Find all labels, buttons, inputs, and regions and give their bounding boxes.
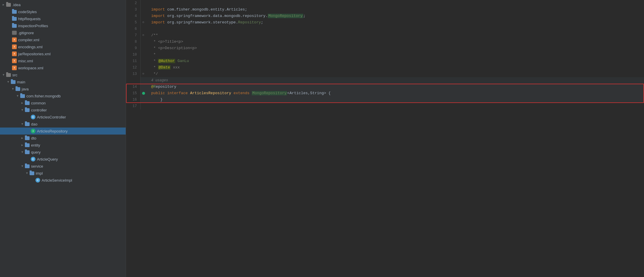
line-gutter-12 — [141, 64, 146, 71]
line-num-9: 9 — [126, 45, 141, 51]
line-num-3: 3 — [126, 6, 141, 13]
code-line-17: 17 — [126, 103, 644, 109]
line-num-6: 6 — [126, 26, 141, 32]
tree-arrow-controller[interactable]: ▼ — [20, 109, 25, 112]
tree-label-entity: entity — [31, 143, 40, 147]
tree-item-article-service-impl[interactable]: C ArticleServiceImpl — [0, 177, 126, 184]
tree-arrow-impl[interactable]: ▼ — [25, 172, 29, 175]
tree-item-articles-repository[interactable]: I ArticlesRepository — [0, 128, 126, 135]
tree-item-dto[interactable]: ▶ dto — [0, 135, 126, 142]
tree-arrow-dao[interactable]: ▼ — [20, 123, 25, 126]
tree-arrow-dto[interactable]: ▶ — [20, 136, 25, 140]
tree-arrow-service[interactable]: ▼ — [20, 165, 25, 168]
xml-icon-misc: X — [12, 59, 17, 63]
tree-arrow-main[interactable]: ▼ — [6, 80, 11, 84]
tree-item-httpRequests[interactable]: httpRequests — [0, 15, 126, 22]
class-icon-asi: C — [35, 178, 40, 183]
line-gutter-10 — [141, 51, 146, 58]
tree-item-query[interactable]: ▼ query — [0, 149, 126, 156]
fold-icon-5[interactable]: ⊖ — [142, 19, 144, 26]
line-num-8: 8 — [126, 39, 141, 45]
line-content-17 — [146, 103, 644, 109]
tree-item-common[interactable]: ▶ common — [0, 99, 126, 106]
line-gutter-2 — [141, 0, 146, 6]
folder-icon-src — [6, 73, 11, 77]
line-gutter-7: ⊖ — [141, 32, 146, 39]
tree-item-article-query[interactable]: C ArticleQuery — [0, 156, 126, 163]
folder-icon-codeStyles — [12, 9, 17, 14]
tree-item-dao[interactable]: ▼ dao — [0, 121, 126, 128]
code-line-6: 6 — [126, 26, 644, 32]
line-num-4: 4 — [126, 13, 141, 19]
highlight-region: 14 @Repository 15 public interface Artic… — [126, 84, 644, 103]
class-icon-ac: C — [30, 115, 36, 119]
code-line-11: 11 * @Author GanLu — [126, 58, 644, 64]
tree-label-dto: dto — [31, 136, 36, 140]
tree-item-service[interactable]: ▼ service — [0, 163, 126, 170]
line-gutter-17 — [141, 103, 146, 109]
line-content-12: * @Date xxx — [146, 64, 644, 71]
tree-item-src[interactable]: ▼ src — [0, 71, 126, 78]
file-tree[interactable]: ▶ .idea codeStyles httpRequests inspecti… — [0, 0, 126, 277]
tree-item-controller[interactable]: ▼ controller — [0, 106, 126, 113]
tree-item-workspace-xml[interactable]: X workspace.xml — [0, 64, 126, 71]
tree-arrow-com[interactable]: ▼ — [15, 94, 20, 98]
tree-item-inspectionProfiles[interactable]: inspectionProfiles — [0, 22, 126, 29]
tree-item-encodings-xml[interactable]: X encodings.xml — [0, 43, 126, 50]
folder-icon-entity — [25, 143, 30, 147]
code-line-2: 2 — [126, 0, 644, 6]
line-content-10: * — [146, 51, 644, 58]
xml-icon-encodings: X — [12, 44, 17, 49]
code-line-10: 10 * — [126, 51, 644, 58]
tree-label-com: com.fisher.mongodb — [26, 94, 61, 98]
tree-arrow-src[interactable]: ▼ — [1, 73, 6, 77]
tree-item-impl[interactable]: ▼ impl — [0, 170, 126, 177]
line-content-9: * <p>Description<p> — [146, 45, 644, 51]
tree-item-gitignore[interactable]: .gitignore — [0, 29, 126, 36]
tree-item-java[interactable]: ▼ java — [0, 85, 126, 92]
tree-arrow-query[interactable]: ▼ — [20, 151, 25, 154]
tree-item-compiler-xml[interactable]: X compiler.xml — [0, 36, 126, 43]
tree-label-ar: ArticlesRepository — [37, 129, 68, 133]
fold-icon-13[interactable]: ⊖ — [142, 71, 144, 77]
tree-item-codeStyles[interactable]: codeStyles — [0, 8, 126, 15]
line-num-15: 15 — [126, 90, 141, 97]
tree-item-main[interactable]: ▼ main — [0, 78, 126, 85]
tree-label-main: main — [17, 80, 25, 84]
tree-item-idea[interactable]: ▶ .idea — [0, 1, 126, 8]
line-content-15: public interface ArticlesRepository exte… — [146, 90, 644, 97]
line-gutter-9 — [141, 45, 146, 51]
line-num-usages — [126, 77, 141, 84]
folder-icon-inspectionProfiles — [12, 23, 17, 28]
tree-arrow-java[interactable]: ▼ — [11, 87, 15, 91]
line-gutter-13: ⊖ — [141, 71, 146, 77]
line-content-8: * <p>Title<p> — [146, 39, 644, 45]
code-line-8: 8 * <p>Title<p> — [126, 39, 644, 45]
fold-icon-7[interactable]: ⊖ — [142, 32, 144, 39]
tree-label-inspectionProfiles: inspectionProfiles — [18, 24, 48, 28]
line-content-7: /** — [146, 32, 644, 39]
line-num-5: 5 — [126, 19, 141, 26]
tree-arrow-common[interactable]: ▶ — [20, 101, 25, 105]
line-content-3: import com.fisher.mongodb.entity.Article… — [146, 6, 644, 13]
tree-item-articles-controller[interactable]: C ArticlesController — [0, 113, 126, 121]
line-gutter-3 — [141, 6, 146, 13]
tree-arrow-idea[interactable]: ▶ — [1, 3, 6, 6]
tree-label-java: java — [22, 87, 29, 91]
folder-icon-idea — [6, 2, 11, 7]
tree-item-jarRepositories-xml[interactable]: X jarRepositories.xml — [0, 50, 126, 57]
tree-label-src: src — [12, 73, 17, 77]
folder-icon-impl — [29, 171, 35, 176]
line-num-16: 16 — [126, 97, 141, 103]
tree-item-com-fisher-mongodb[interactable]: ▼ com.fisher.mongodb — [0, 92, 126, 99]
line-content-4: import org.springframework.data.mongodb.… — [146, 13, 644, 19]
gitignore-icon — [12, 30, 17, 35]
tree-arrow-entity[interactable]: ▶ — [20, 143, 25, 147]
tree-label-compiler: compiler.xml — [18, 38, 39, 42]
tree-item-misc-xml[interactable]: X misc.xml — [0, 57, 126, 64]
tree-label-encodings: encodings.xml — [18, 45, 42, 49]
line-content-14: @Repository — [146, 84, 644, 90]
code-line-usages: 4 usages — [126, 77, 644, 84]
tree-item-entity[interactable]: ▶ entity — [0, 142, 126, 149]
line-gutter-11 — [141, 58, 146, 64]
